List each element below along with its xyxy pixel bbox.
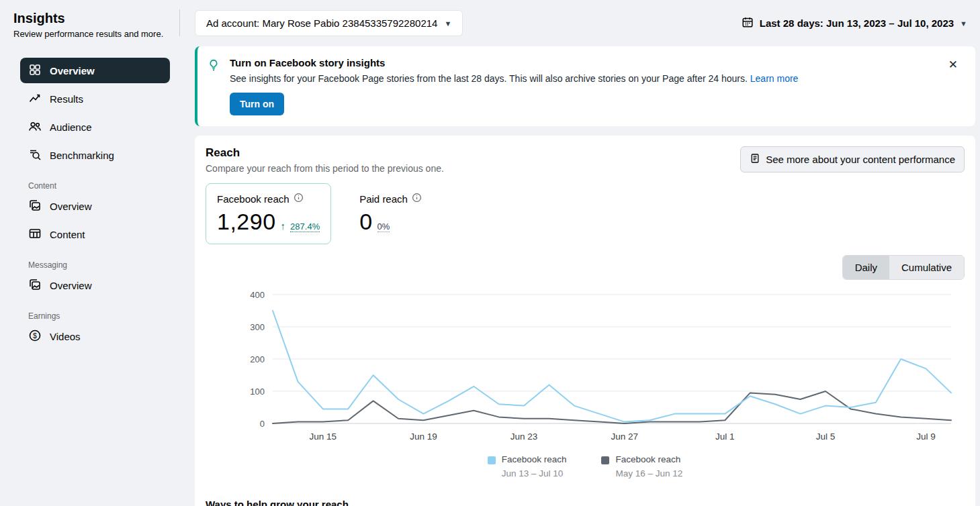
reach-section: Reach Compare your reach from this perio… xyxy=(195,136,975,506)
close-icon[interactable]: ✕ xyxy=(944,57,962,72)
benchmarking-search-icon xyxy=(28,148,42,163)
svg-text:Jun 27: Jun 27 xyxy=(611,432,638,442)
table-icon xyxy=(28,227,42,242)
svg-text:200: 200 xyxy=(250,354,265,364)
legend-name: Facebook reach xyxy=(615,454,682,464)
svg-text:Jul 9: Jul 9 xyxy=(916,432,936,442)
metric-value: 1,290 xyxy=(217,209,276,235)
sidebar-nav: Overview Results Audience xyxy=(13,58,178,349)
topbar-divider xyxy=(179,9,180,36)
turn-on-button[interactable]: Turn on xyxy=(230,93,284,115)
sidebar-item-overview[interactable]: Overview xyxy=(20,58,170,83)
sidebar-item-label: Overview xyxy=(50,65,95,77)
reach-title: Reach xyxy=(206,146,444,160)
svg-text:0: 0 xyxy=(260,419,265,429)
story-insights-banner: Turn on Facebook story insights See insi… xyxy=(195,46,975,126)
sidebar-item-label: Content xyxy=(50,229,85,240)
learn-more-link[interactable]: Learn more xyxy=(750,73,799,84)
sidebar-item-label: Benchmarking xyxy=(50,150,114,161)
ad-account-label: Ad account: Mary Rose Pabio 238453357922… xyxy=(206,17,437,29)
toggle-cumulative-button[interactable]: Cumulative xyxy=(889,256,964,279)
see-more-content-performance-button[interactable]: See more about your content performance xyxy=(740,146,965,172)
sidebar-item-label: Videos xyxy=(50,331,81,342)
date-range-picker[interactable]: Last 28 days: Jun 13, 2023 – Jul 10, 202… xyxy=(742,16,975,30)
results-trend-icon xyxy=(28,91,42,107)
sidebar-item-label: Overview xyxy=(50,201,92,212)
svg-text:400: 400 xyxy=(250,290,265,300)
svg-text:$: $ xyxy=(33,331,37,339)
sidebar-item-messaging-overview[interactable]: Overview xyxy=(20,272,170,298)
legend-item-previous: Facebook reach May 16 – Jun 12 xyxy=(601,454,682,478)
photos-stack-icon xyxy=(28,278,42,293)
metric-delta: 0% xyxy=(377,221,390,232)
sidebar-item-label: Audience xyxy=(50,121,92,133)
sidebar-item-audience[interactable]: Audience xyxy=(20,114,170,140)
svg-text:Jul 1: Jul 1 xyxy=(715,432,735,442)
reach-chart: 0100200300400Jun 15Jun 19Jun 23Jun 27Jul… xyxy=(238,287,963,446)
sidebar-section-earnings: Earnings xyxy=(28,311,177,321)
banner-description-text: See insights for your Facebook Page stor… xyxy=(230,73,748,84)
paid-reach-metric[interactable]: Paid reach 0 0% xyxy=(349,183,433,244)
see-more-label: See more about your content performance xyxy=(766,154,955,165)
metric-label: Facebook reach xyxy=(217,193,289,205)
legend-name: Facebook reach xyxy=(502,454,567,464)
svg-text:Jun 23: Jun 23 xyxy=(510,432,538,442)
banner-title: Turn on Facebook story insights xyxy=(230,57,798,68)
sidebar: Insights Review performance results and … xyxy=(0,0,178,506)
sidebar-section-messaging: Messaging xyxy=(28,260,177,270)
sidebar-item-benchmarking[interactable]: Benchmarking xyxy=(20,142,170,168)
date-range-label: Last 28 days: Jun 13, 2023 – Jul 10, 202… xyxy=(760,17,954,29)
sidebar-item-results[interactable]: Results xyxy=(20,86,170,111)
ad-account-dropdown[interactable]: Ad account: Mary Rose Pabio 238453357922… xyxy=(195,10,463,36)
legend-item-current: Facebook reach Jun 13 – Jul 10 xyxy=(488,454,567,478)
chart-mode-toggle: Daily Cumulative xyxy=(842,255,965,280)
dollar-circle-icon: $ xyxy=(28,329,42,344)
metric-delta: 287.4% xyxy=(290,221,320,232)
topbar: Ad account: Mary Rose Pabio 238453357922… xyxy=(195,10,975,36)
chart-legend: Facebook reach Jun 13 – Jul 10 Facebook … xyxy=(206,454,965,478)
banner-description: See insights for your Facebook Page stor… xyxy=(230,73,798,84)
grow-reach-title: Ways to help grow your reach xyxy=(206,499,965,506)
metric-label: Paid reach xyxy=(359,193,408,205)
toggle-daily-button[interactable]: Daily xyxy=(843,256,889,279)
document-icon xyxy=(750,153,760,166)
page-title: Insights xyxy=(13,11,178,26)
svg-text:300: 300 xyxy=(250,322,265,332)
svg-text:Jun 19: Jun 19 xyxy=(410,432,437,442)
audience-people-icon xyxy=(28,119,42,135)
svg-text:100: 100 xyxy=(250,387,265,397)
trend-up-icon: ↑ xyxy=(281,220,286,232)
legend-swatch-previous xyxy=(601,456,609,464)
reach-subtitle: Compare your reach from this period to t… xyxy=(206,163,444,174)
sidebar-item-content-overview[interactable]: Overview xyxy=(20,193,170,219)
main-content: Ad account: Mary Rose Pabio 238453357922… xyxy=(178,0,980,506)
sidebar-item-videos[interactable]: $ Videos xyxy=(20,323,170,349)
grow-reach-section: Ways to help grow your reach xyxy=(206,499,965,506)
lightbulb-icon xyxy=(207,58,220,115)
sidebar-item-content[interactable]: Content xyxy=(20,221,170,247)
sidebar-item-label: Results xyxy=(50,93,83,105)
chevron-down-icon: ▼ xyxy=(444,19,451,28)
svg-text:Jul 5: Jul 5 xyxy=(816,432,836,442)
info-icon[interactable] xyxy=(412,193,422,205)
facebook-reach-metric-card[interactable]: Facebook reach 1,290 ↑ 287.4% xyxy=(206,183,331,244)
legend-swatch-current xyxy=(488,456,496,464)
overview-grid-icon xyxy=(28,63,42,79)
photos-stack-icon xyxy=(28,199,42,214)
legend-period: Jun 13 – Jul 10 xyxy=(502,468,567,478)
chevron-down-icon: ▼ xyxy=(960,19,967,28)
metric-value: 0 xyxy=(359,209,372,235)
info-icon[interactable] xyxy=(294,193,304,205)
legend-period: May 16 – Jun 12 xyxy=(615,468,682,478)
page-subtitle: Review performance results and more. xyxy=(13,29,178,39)
sidebar-item-label: Overview xyxy=(50,280,92,291)
sidebar-section-content: Content xyxy=(28,181,177,191)
calendar-icon xyxy=(742,16,754,30)
svg-text:Jun 15: Jun 15 xyxy=(310,432,337,442)
